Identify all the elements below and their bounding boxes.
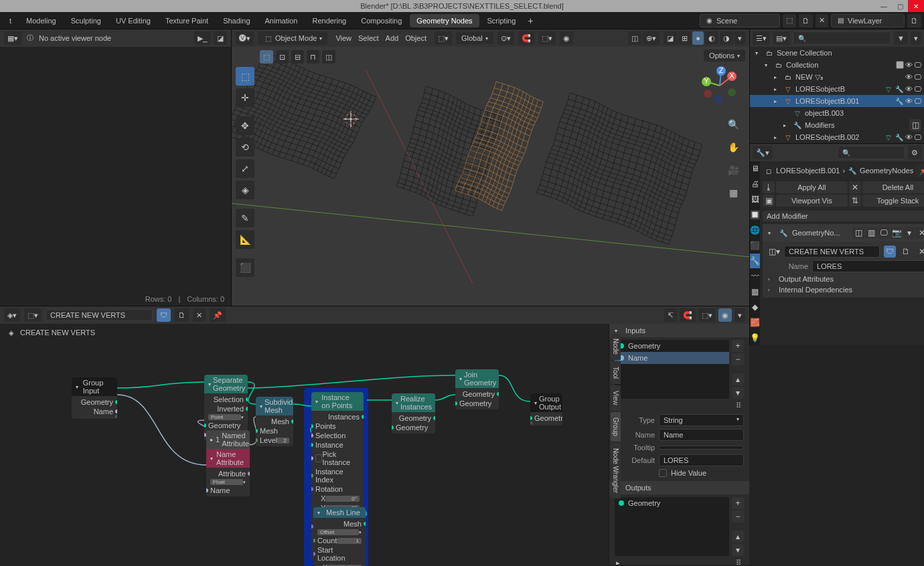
properties-tab-4[interactable]: 🌐 bbox=[750, 223, 760, 238]
properties-tab-0[interactable]: 🖥 bbox=[750, 161, 760, 176]
apply-all-icon[interactable]: ⭳ bbox=[763, 181, 775, 193]
spreadsheet-editor-selector[interactable]: ▦▾ bbox=[4, 31, 21, 45]
properties-tab-10[interactable]: 🧱 bbox=[750, 315, 760, 330]
node-group-input[interactable]: ▾Group Input Geometry Name bbox=[72, 377, 117, 419]
list-item[interactable]: Geometry bbox=[615, 340, 729, 352]
tool-rotate[interactable]: ⟲ bbox=[236, 138, 254, 157]
viewport-vis-icon[interactable]: ▣ bbox=[763, 195, 775, 207]
outliner-item[interactable]: ▸▽LORESobjectB▽ 🔧 👁 🖵 bbox=[750, 83, 924, 95]
node-snap-opts[interactable]: ⬚▾ bbox=[698, 308, 716, 322]
output-attributes-header[interactable]: ›Output Attributes bbox=[768, 274, 924, 284]
transform-space-button[interactable]: ⬚▾ bbox=[435, 31, 452, 45]
snap-settings[interactable]: ⬚▾ bbox=[538, 31, 556, 45]
outliner-item[interactable]: ▾🗀Collection 👁 🖵 bbox=[750, 59, 924, 71]
mod-on-cage[interactable]: ◫ bbox=[852, 227, 864, 239]
outliner-search[interactable]: 🔍 bbox=[793, 31, 891, 45]
node-editor-selector[interactable]: ◈▾ bbox=[4, 308, 20, 322]
viewport-menu-add[interactable]: Add bbox=[386, 34, 399, 42]
tool-measure[interactable]: 📐 bbox=[236, 230, 254, 249]
output-move-up[interactable]: ▴ bbox=[732, 531, 744, 543]
output-add[interactable]: + bbox=[732, 497, 744, 509]
node-snap[interactable]: 🧲 bbox=[680, 308, 696, 322]
mod-edit-mode[interactable]: ▥ bbox=[865, 227, 877, 239]
pan-button[interactable]: ✋ bbox=[724, 138, 743, 157]
pivot-selector[interactable]: ⊙▾ bbox=[497, 31, 514, 45]
nodegroup-fake-user[interactable]: 🛡 bbox=[884, 246, 896, 258]
window-close-button[interactable]: ✕ bbox=[908, 0, 924, 12]
delete-all-button[interactable]: Delete All bbox=[862, 181, 924, 193]
window-minimize-button[interactable]: — bbox=[876, 0, 892, 12]
properties-tab-6[interactable]: 🔧 bbox=[750, 254, 760, 268]
select-invert[interactable]: ◫ bbox=[322, 50, 335, 64]
viewport-menu-view[interactable]: View bbox=[335, 34, 352, 42]
list-item[interactable]: Name bbox=[615, 352, 729, 364]
nodegroup-name[interactable]: CREATE NEW VERTS bbox=[784, 246, 880, 258]
default-field[interactable]: LORES bbox=[659, 454, 744, 466]
outliner-item[interactable]: ▽objectB.003 bbox=[750, 107, 924, 119]
modifier-name[interactable]: GeometryNo... bbox=[792, 229, 840, 237]
viewport-canvas[interactable] bbox=[232, 29, 749, 306]
nodetree-fake-user[interactable]: 🛡 bbox=[157, 308, 171, 322]
xray-toggle[interactable]: ◪ bbox=[664, 31, 677, 45]
properties-tab-2[interactable]: 🖼 bbox=[750, 192, 760, 207]
node-sidebar-tab-group[interactable]: Group bbox=[611, 412, 621, 442]
camera-view-button[interactable]: 🎥 bbox=[724, 161, 743, 179]
input-name-value[interactable]: LORES bbox=[812, 260, 924, 272]
outliner-item[interactable]: ▸▽LORESobjectB.002▽ 🔧 👁 🖵 bbox=[750, 131, 924, 143]
input-add[interactable]: + bbox=[732, 340, 744, 352]
shading-solid[interactable]: ● bbox=[692, 31, 704, 45]
properties-tab-11[interactable]: 💡 bbox=[750, 331, 760, 345]
node-sidebar-tab-view[interactable]: View bbox=[611, 385, 621, 411]
input-move-up[interactable]: ▴ bbox=[732, 373, 744, 385]
nodegroup-browse[interactable]: ◫▾ bbox=[768, 246, 780, 258]
mode-selector[interactable]: ⬚ Object Mode▾ bbox=[258, 31, 327, 45]
prop-breadcrumb-obj[interactable]: LORESobjectB.001 bbox=[776, 167, 840, 175]
delete-all-icon[interactable]: ✕ bbox=[849, 181, 861, 193]
scene-new-button[interactable]: 🗋 bbox=[799, 14, 813, 27]
tool-add-cube[interactable]: ⬛ bbox=[236, 258, 254, 277]
snap-toggle[interactable]: 🧲 bbox=[518, 31, 534, 45]
properties-tab-8[interactable]: ▦ bbox=[750, 284, 760, 299]
proportional-edit-toggle[interactable]: ◉ bbox=[560, 31, 573, 45]
node-breadcrumb[interactable]: CREATE NEW VERTS bbox=[20, 328, 95, 337]
viewlayer-selector[interactable]: ▤ ViewLayer bbox=[831, 14, 905, 27]
overlays-toggle[interactable]: ⊕▾ bbox=[643, 31, 660, 45]
output-remove[interactable]: − bbox=[732, 510, 744, 523]
type-selector[interactable]: String▾ bbox=[659, 414, 744, 426]
properties-editor-selector[interactable]: 🔧▾ bbox=[753, 146, 773, 159]
nodetree-new[interactable]: 🗋 bbox=[175, 308, 189, 322]
prop-breadcrumb-mod[interactable]: GeometryNodes bbox=[860, 167, 913, 175]
tool-cursor[interactable]: ✛ bbox=[236, 88, 254, 107]
inputs-panel-header[interactable]: ▾Inputs bbox=[609, 324, 749, 337]
nodegroup-new[interactable]: 🗋 bbox=[900, 246, 912, 258]
mod-realtime[interactable]: 🖵 bbox=[878, 227, 890, 239]
orientation-selector[interactable]: Global▾ bbox=[456, 32, 493, 44]
workspace-tab-t[interactable]: t bbox=[3, 14, 18, 27]
outliner-item[interactable]: ▸🔧Modifiers◫ bbox=[750, 119, 924, 131]
node-sidebar-tab-tool[interactable]: Tool bbox=[611, 361, 621, 384]
outliner-editor-selector[interactable]: ☰▾ bbox=[753, 31, 770, 45]
mod-render[interactable]: 📷 bbox=[891, 227, 903, 239]
viewport-menu-object[interactable]: Object bbox=[405, 34, 427, 42]
select-box-tool[interactable]: ⬚ bbox=[260, 50, 273, 64]
properties-tab-9[interactable]: ◆ bbox=[750, 300, 760, 314]
node-overlay-opts[interactable]: ▾ bbox=[735, 308, 745, 322]
node-type-selector[interactable]: ⬚▾ bbox=[24, 308, 42, 322]
workspace-tab-sculpting[interactable]: Sculpting bbox=[64, 14, 108, 27]
workspace-tab-rendering[interactable]: Rendering bbox=[305, 14, 353, 27]
properties-tab-5[interactable]: ⬛ bbox=[750, 238, 760, 253]
apply-all-button[interactable]: Apply All bbox=[776, 181, 848, 193]
outliner-display-mode[interactable]: ▤▾ bbox=[773, 31, 790, 45]
inputs-grip-icon[interactable]: ⠿ bbox=[736, 401, 743, 410]
select-extend[interactable]: ⊡ bbox=[276, 50, 289, 64]
viewport-options[interactable]: Options▾ bbox=[704, 50, 745, 62]
tool-transform[interactable]: ◈ bbox=[236, 181, 254, 199]
perspective-toggle[interactable]: ▦ bbox=[724, 183, 743, 202]
input-move-down[interactable]: ▾ bbox=[732, 387, 744, 399]
toggle-stack-button[interactable]: Toggle Stack bbox=[862, 195, 924, 207]
node-overlay[interactable]: ◉ bbox=[718, 308, 732, 322]
name-field[interactable]: Name bbox=[659, 429, 744, 441]
nodetree-selector[interactable]: CREATE NEW VERTS bbox=[46, 309, 153, 321]
outliner-new-collection[interactable]: ▾ bbox=[911, 31, 921, 45]
properties-options[interactable]: ⚙ bbox=[908, 146, 921, 159]
